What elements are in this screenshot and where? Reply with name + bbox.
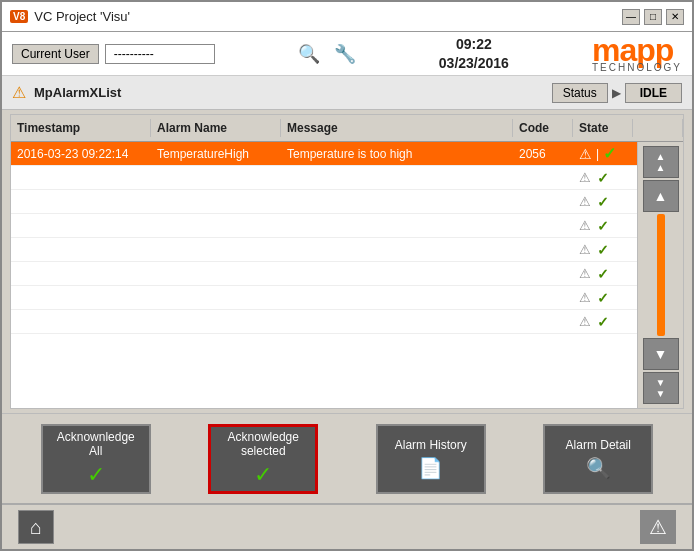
user-section: Current User ---------- (12, 44, 215, 64)
check-icon: ✓ (597, 266, 609, 282)
component-name: MpAlarmXList (34, 85, 121, 100)
wrench-icon[interactable]: 🔧 (334, 43, 356, 65)
home-button[interactable]: ⌂ (18, 510, 54, 544)
check-selected-icon: ✓ (254, 462, 272, 488)
table-row[interactable]: ⚠ ✓ (11, 214, 683, 238)
col-message: Message (281, 119, 513, 137)
warn-icon: ⚠ (579, 266, 591, 281)
scroll-top-button[interactable]: ▲▲ (643, 146, 679, 178)
cell-state-empty: ⚠ ✓ (573, 288, 633, 308)
home-icon: ⌂ (30, 516, 42, 539)
footer-bar: ⌂ ⚠ (2, 503, 692, 549)
time-display: 09:22 (439, 35, 509, 53)
col-alarm-name: Alarm Name (151, 119, 281, 137)
mapp-logo: mapp TECHNOLOGY (592, 34, 682, 73)
bottom-buttons: Acknownledge All ✓ Acknowledge selected … (2, 413, 692, 503)
warning-icon: ⚠ (649, 515, 667, 539)
table-body: 2016-03-23 09:22:14 TemperatureHigh Temp… (11, 142, 683, 408)
cell-state-empty: ⚠ ✓ (573, 264, 633, 284)
cell-state-empty: ⚠ ✓ (573, 192, 633, 212)
mapp-sub-text: TECHNOLOGY (592, 62, 682, 73)
state-divider: | (596, 147, 599, 161)
cell-message: Temperature is too high (281, 145, 513, 163)
state-check-icon: ✓ (603, 144, 616, 163)
col-spacer (633, 119, 683, 137)
scrollbar: ▲▲ ▲ ▼ ▼▼ (637, 142, 683, 408)
warn-icon: ⚠ (579, 242, 591, 257)
date-display: 03/23/2016 (439, 54, 509, 72)
title-bar-controls: — □ ✕ (622, 9, 684, 25)
acknowledge-all-button[interactable]: Acknownledge All ✓ (41, 424, 151, 494)
check-icon: ✓ (597, 242, 609, 258)
cell-code: 2056 (513, 145, 573, 163)
cell-alarm-name: TemperatureHigh (151, 145, 281, 163)
table-row[interactable]: ⚠ ✓ (11, 262, 683, 286)
table-row[interactable]: 2016-03-23 09:22:14 TemperatureHigh Temp… (11, 142, 683, 166)
check-all-icon: ✓ (87, 462, 105, 488)
check-icon: ✓ (597, 314, 609, 330)
user-label: Current User (12, 44, 99, 64)
table-row[interactable]: ⚠ ✓ (11, 238, 683, 262)
cell-state-empty: ⚠ ✓ (573, 312, 633, 332)
title-bar: V8 VC Project 'Visu' — □ ✕ (2, 2, 692, 32)
close-button[interactable]: ✕ (666, 9, 684, 25)
minimize-button[interactable]: — (622, 9, 640, 25)
check-icon: ✓ (597, 218, 609, 234)
detail-search-icon: 🔍 (586, 456, 611, 480)
check-icon: ✓ (597, 194, 609, 210)
col-timestamp: Timestamp (11, 119, 151, 137)
table-row[interactable]: ⚠ ✓ (11, 190, 683, 214)
col-code: Code (513, 119, 573, 137)
warn-icon: ⚠ (579, 290, 591, 305)
col-state: State (573, 119, 633, 137)
check-icon: ✓ (597, 290, 609, 306)
title-bar-left: V8 VC Project 'Visu' (10, 9, 130, 24)
vc-badge: V8 (10, 10, 28, 23)
alarm-history-label: Alarm History (395, 438, 467, 452)
component-left: ⚠ MpAlarmXList (12, 83, 121, 102)
history-doc-icon: 📄 (418, 456, 443, 480)
component-warn-icon: ⚠ (12, 83, 26, 102)
table-row[interactable]: ⚠ ✓ (11, 166, 683, 190)
table-row[interactable]: ⚠ ✓ (11, 310, 683, 334)
state-warn-icon: ⚠ (579, 146, 592, 162)
cell-state-empty: ⚠ ✓ (573, 216, 633, 236)
header-bar: Current User ---------- 🔍 🔧 09:22 03/23/… (2, 32, 692, 76)
check-icon: ✓ (597, 170, 609, 186)
status-label: Status (552, 83, 608, 103)
acknowledge-selected-label: Acknowledge selected (228, 430, 299, 458)
component-bar: ⚠ MpAlarmXList Status ▶ IDLE (2, 76, 692, 110)
scroll-up-button[interactable]: ▲ (643, 180, 679, 212)
table-row[interactable]: ⚠ ✓ (11, 286, 683, 310)
warning-button[interactable]: ⚠ (640, 510, 676, 544)
main-window: V8 VC Project 'Visu' — □ ✕ Current User … (0, 0, 694, 551)
alarm-table: Timestamp Alarm Name Message Code State … (10, 114, 684, 409)
status-value: IDLE (625, 83, 682, 103)
scroll-track (657, 214, 665, 336)
acknowledge-all-label: Acknownledge All (57, 430, 135, 458)
alarm-detail-button[interactable]: Alarm Detail 🔍 (543, 424, 653, 494)
user-value: ---------- (105, 44, 215, 64)
window-title: VC Project 'Visu' (34, 9, 130, 24)
warn-icon: ⚠ (579, 314, 591, 329)
maximize-button[interactable]: □ (644, 9, 662, 25)
header-icons: 🔍 🔧 (298, 43, 356, 65)
alarm-history-button[interactable]: Alarm History 📄 (376, 424, 486, 494)
acknowledge-selected-button[interactable]: Acknowledge selected ✓ (208, 424, 318, 494)
datetime-section: 09:22 03/23/2016 (439, 35, 509, 71)
table-header: Timestamp Alarm Name Message Code State (11, 115, 683, 142)
warn-icon: ⚠ (579, 170, 591, 185)
alarm-detail-label: Alarm Detail (566, 438, 631, 452)
cell-state-empty: ⚠ ✓ (573, 168, 633, 188)
warn-icon: ⚠ (579, 194, 591, 209)
cell-timestamp: 2016-03-23 09:22:14 (11, 145, 151, 163)
scroll-down-button[interactable]: ▼ (643, 338, 679, 370)
status-arrow-icon: ▶ (612, 86, 621, 100)
scroll-bottom-button[interactable]: ▼▼ (643, 372, 679, 404)
cell-state: ⚠ | ✓ (573, 142, 633, 165)
warn-icon: ⚠ (579, 218, 591, 233)
component-right: Status ▶ IDLE (552, 83, 682, 103)
search-icon[interactable]: 🔍 (298, 43, 320, 65)
cell-state-empty: ⚠ ✓ (573, 240, 633, 260)
